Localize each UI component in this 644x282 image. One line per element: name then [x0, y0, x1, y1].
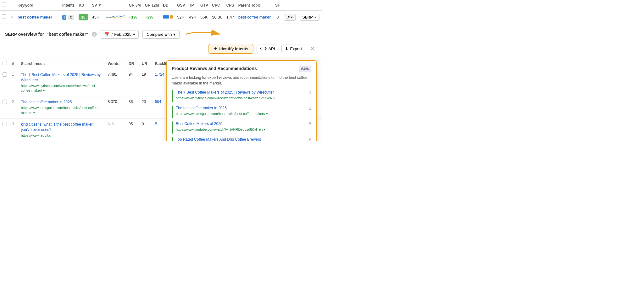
tooltip-result-item: The best coffee maker in 2025 https://ww…	[172, 106, 311, 118]
result-dr-cell: 94	[126, 69, 139, 96]
result-backlinks-link[interactable]: 5	[155, 122, 157, 126]
result-backlinks-link[interactable]: 1,724	[155, 72, 164, 77]
tooltip-item-url-link[interactable]: https://www.nytimes.com/wirecutter/revie…	[176, 96, 306, 100]
result-checkbox-cell	[0, 69, 9, 96]
gtp-value: 56K	[200, 15, 208, 19]
result-number: 1	[12, 72, 14, 77]
result-dr-cell: 86	[126, 96, 139, 119]
tooltip-item-title-link[interactable]: The 7 Best Coffee Makers of 2025 | Revie…	[176, 90, 306, 95]
row-sf-cell: 3	[273, 11, 282, 24]
tooltip-description: Users are looking for expert reviews and…	[172, 75, 311, 86]
intent-badge-C: C	[68, 15, 74, 20]
result-title-link[interactable]: The best coffee maker in 2025	[21, 100, 103, 105]
tooltip-item-title-link[interactable]: The best coffee maker in 2025	[176, 106, 306, 111]
tooltip-bar-indicator	[172, 121, 173, 134]
help-icon[interactable]: ?	[92, 32, 97, 37]
keyword-link[interactable]: best coffee maker	[17, 15, 52, 19]
date-picker-button[interactable]: 📅 7 Feb 2025 ▾	[101, 30, 139, 39]
calendar-icon: 📅	[104, 32, 109, 37]
gr12m-value: +2%	[145, 15, 153, 19]
result-url-link[interactable]: https://www.tomsguide.com/best-picks/bes…	[21, 106, 103, 115]
serp-label: SERP	[303, 15, 313, 19]
api-label: API	[268, 46, 275, 51]
serp-arrow-icon: ▲	[314, 15, 317, 19]
tooltip-item-number: 1	[309, 90, 311, 95]
res-col-ur: UR	[139, 58, 153, 69]
result-num-cell: 3	[9, 118, 18, 141]
select-all-checkbox[interactable]	[2, 3, 6, 7]
col-header-actions1	[282, 0, 298, 11]
row-tp-cell: 49K	[187, 11, 198, 24]
row-gr3m-cell: +1%	[127, 11, 143, 24]
tooltip-item-title-link[interactable]: Top Rated Coffee Makers And Drip Coffee …	[176, 137, 306, 141]
result-checkbox[interactable]	[3, 100, 7, 104]
identify-icon: ✦	[214, 46, 217, 51]
result-checkbox[interactable]	[3, 122, 7, 126]
sf-value: 3	[276, 15, 279, 19]
trend-button[interactable]: ↗ ▾	[284, 14, 296, 21]
result-num-cell: 1	[9, 69, 18, 96]
result-words-cell: N/A	[105, 118, 126, 141]
col-header-tp: TP	[187, 0, 198, 11]
export-button[interactable]: ⬇ Export	[281, 45, 305, 53]
res-col-dr: DR	[126, 58, 139, 69]
parent-topic-link[interactable]: best coffee maker	[238, 15, 271, 19]
identify-intents-button[interactable]: ✦ Identify intents	[208, 44, 253, 54]
result-ur: 19	[142, 72, 146, 77]
row-chart-cell	[104, 11, 127, 24]
api-button[interactable]: { } API	[257, 45, 279, 53]
result-content-cell: The 7 Best Coffee Makers of 2025 | Revie…	[18, 69, 105, 96]
row-checkbox[interactable]	[2, 14, 6, 19]
sparkline-chart	[106, 13, 125, 20]
row-gsv-cell: 52K	[175, 11, 187, 24]
col-header-gsv: GSV	[175, 0, 187, 11]
tooltip-item-number: 6	[309, 137, 311, 141]
col-header-cpc: CPC	[210, 0, 224, 11]
serp-overview-title: SERP overview for "best coffee maker"	[5, 32, 88, 37]
results-select-all-checkbox[interactable]	[3, 61, 7, 65]
tooltip-bar-indicator	[172, 106, 173, 118]
col-header-parent-topic: Parent Topic	[236, 0, 273, 11]
tooltip-item-url-link[interactable]: https://www.tomsguide.com/best-picks/bes…	[176, 111, 306, 116]
tooltip-item-content: Best Coffee Makers of 2025 https://www.y…	[176, 121, 306, 132]
result-content-cell: kind citizens, what is the best coffee m…	[18, 118, 105, 141]
compare-with-button[interactable]: Compare with ▾	[142, 30, 180, 39]
dd-segment-1	[163, 15, 169, 19]
tooltip-result-item: Best Coffee Makers of 2025 https://www.y…	[172, 121, 311, 134]
api-icon: { }	[260, 46, 267, 51]
sv-sort-icon[interactable]: ▼	[98, 3, 102, 8]
res-col-search-result: Search result	[18, 58, 105, 69]
export-icon: ⬇	[285, 46, 288, 51]
result-words: N/A	[108, 122, 114, 126]
row-keyword-cell: best coffee maker	[15, 11, 60, 24]
col-header-gr12m: GR 12M	[143, 0, 161, 11]
result-checkbox-cell	[0, 118, 9, 141]
result-url-link[interactable]: https://www.nytimes.com/wirecutter/revie…	[21, 84, 103, 93]
tooltip-item-content: The 7 Best Coffee Makers of 2025 | Revie…	[176, 90, 306, 100]
row-parent-topic-cell: best coffee maker	[236, 11, 273, 24]
row-check-mark: ✓	[9, 11, 15, 24]
col-header-sf: SF	[273, 0, 282, 11]
result-title-link[interactable]: The 7 Best Coffee Makers of 2025 | Revie…	[21, 72, 103, 83]
close-button[interactable]: ✕	[308, 45, 317, 53]
tooltip-item-url-link[interactable]: https://www.youtube.com/watch?v=tANRDeqL…	[176, 127, 306, 132]
export-label: Export	[290, 46, 302, 51]
tooltip-item-number: 5	[309, 121, 311, 126]
result-content-cell: The best coffee maker in 2025 https://ww…	[18, 96, 105, 119]
row-kd-cell: 10	[77, 11, 90, 24]
tp-value: 49K	[189, 15, 196, 19]
sv-label: SV	[92, 3, 97, 8]
serp-button[interactable]: SERP ▲	[300, 14, 320, 21]
result-title-link[interactable]: kind citizens, what is the best coffee m…	[21, 122, 103, 133]
compare-label: Compare with	[147, 32, 172, 37]
result-words-cell: 7,491	[105, 69, 126, 96]
tooltip-item-title-link[interactable]: Best Coffee Makers of 2025	[176, 121, 306, 127]
result-url-link[interactable]: https://www.reddit.c	[21, 133, 103, 138]
result-checkbox[interactable]	[3, 72, 7, 77]
row-checkbox-cell	[0, 11, 9, 24]
result-ur: 23	[142, 100, 146, 104]
header-right-actions: ✦ Identify intents { } API ⬇ Export ✕	[208, 44, 317, 54]
col-header-cps: CPS	[225, 0, 236, 11]
col-header-actions2	[298, 0, 322, 11]
result-backlinks-link[interactable]: 504	[155, 100, 161, 104]
